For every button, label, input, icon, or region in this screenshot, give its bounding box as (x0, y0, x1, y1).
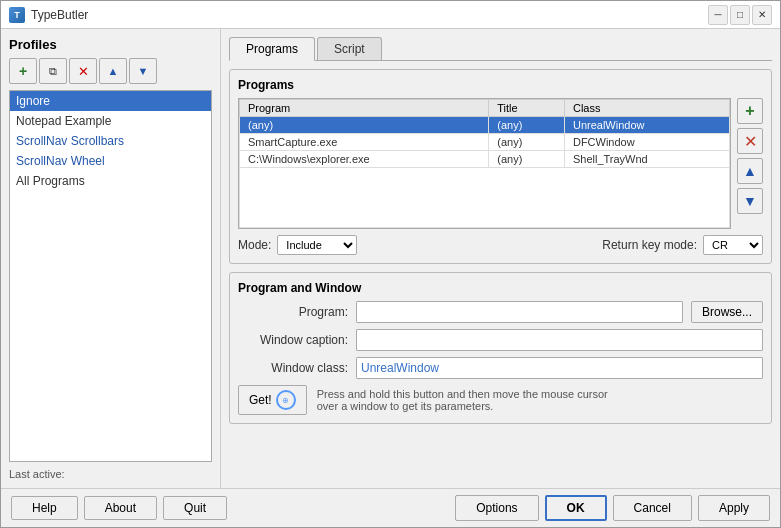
program-input[interactable] (356, 301, 683, 323)
col-program: Program (240, 100, 489, 117)
close-button[interactable]: ✕ (752, 5, 772, 25)
sidebar-toolbar: + ⧉ ✕ ▲ ▼ (9, 58, 212, 84)
move-up-program-button[interactable]: ▲ (737, 158, 763, 184)
options-button[interactable]: Options (455, 495, 538, 521)
cell-program: (any) (240, 117, 489, 134)
window-caption-row: Window caption: (238, 329, 763, 351)
browse-button[interactable]: Browse... (691, 301, 763, 323)
copy-profile-button[interactable]: ⧉ (39, 58, 67, 84)
about-button[interactable]: About (84, 496, 157, 520)
get-label: Get! (249, 393, 272, 407)
right-panel: Programs Script Programs Program Title C… (221, 29, 780, 488)
cell-program: SmartCapture.exe (240, 134, 489, 151)
window-caption-label: Window caption: (238, 333, 348, 347)
window-class-label: Window class: (238, 361, 348, 375)
mode-left: Mode: Include Exclude (238, 235, 357, 255)
cancel-button[interactable]: Cancel (613, 495, 692, 521)
col-title: Title (489, 100, 565, 117)
apply-button[interactable]: Apply (698, 495, 770, 521)
tabs: Programs Script (229, 37, 772, 61)
title-bar-left: T TypeButler (9, 7, 88, 23)
footer: Help About Quit Options OK Cancel Apply (1, 488, 780, 527)
cell-class: DFCWindow (564, 134, 729, 151)
tab-script[interactable]: Script (317, 37, 382, 60)
table-row[interactable]: (any) (any) UnrealWindow (240, 117, 730, 134)
programs-section: Programs Program Title Class (229, 69, 772, 264)
title-bar-controls: ─ □ ✕ (708, 5, 772, 25)
add-program-button[interactable]: + (737, 98, 763, 124)
return-key-mode-area: Return key mode: CR LF CRLF (602, 235, 763, 255)
cell-program: C:\Windows\explorer.exe (240, 151, 489, 168)
table-row[interactable]: SmartCapture.exe (any) DFCWindow (240, 134, 730, 151)
move-up-profile-button[interactable]: ▲ (99, 58, 127, 84)
app-icon: T (9, 7, 25, 23)
main-content: Profiles + ⧉ ✕ ▲ ▼ Ignore Notepad Exampl… (1, 29, 780, 488)
mode-select[interactable]: Include Exclude (277, 235, 357, 255)
window-caption-input[interactable] (356, 329, 763, 351)
col-class: Class (564, 100, 729, 117)
program-window-title: Program and Window (238, 281, 763, 295)
mode-label: Mode: (238, 238, 271, 252)
return-key-select[interactable]: CR LF CRLF (703, 235, 763, 255)
profile-item[interactable]: ScrollNav Scrollbars (10, 131, 211, 151)
get-hint: Press and hold this button and then move… (317, 388, 617, 412)
profile-item[interactable]: All Programs (10, 171, 211, 191)
programs-table-wrapper: Program Title Class (any) (any) UnrealWi… (238, 98, 731, 229)
add-profile-button[interactable]: + (9, 58, 37, 84)
sidebar-header: Profiles (9, 37, 212, 52)
profile-item[interactable]: Notepad Example (10, 111, 211, 131)
program-row: Program: Browse... (238, 301, 763, 323)
window-title: TypeButler (31, 8, 88, 22)
table-row-empty (240, 168, 730, 228)
profile-item[interactable]: Ignore (10, 91, 211, 111)
cell-class: Shell_TrayWnd (564, 151, 729, 168)
cell-class: UnrealWindow (564, 117, 729, 134)
move-down-program-button[interactable]: ▼ (737, 188, 763, 214)
window-class-row: Window class: (238, 357, 763, 379)
title-bar: T TypeButler ─ □ ✕ (1, 1, 780, 29)
ok-button[interactable]: OK (545, 495, 607, 521)
move-down-profile-button[interactable]: ▼ (129, 58, 157, 84)
get-icon: ⊕ (276, 390, 296, 410)
mode-row: Mode: Include Exclude Return key mode: C… (238, 235, 763, 255)
return-key-label: Return key mode: (602, 238, 697, 252)
cell-title: (any) (489, 117, 565, 134)
quit-button[interactable]: Quit (163, 496, 227, 520)
get-button[interactable]: Get! ⊕ (238, 385, 307, 415)
footer-left: Help About Quit (11, 496, 227, 520)
delete-program-button[interactable]: ✕ (737, 128, 763, 154)
profile-list: Ignore Notepad Example ScrollNav Scrollb… (9, 90, 212, 462)
programs-table: Program Title Class (any) (any) UnrealWi… (239, 99, 730, 228)
last-active-label: Last active: (9, 468, 212, 480)
program-label: Program: (238, 305, 348, 319)
sidebar: Profiles + ⧉ ✕ ▲ ▼ Ignore Notepad Exampl… (1, 29, 221, 488)
help-button[interactable]: Help (11, 496, 78, 520)
programs-area: Program Title Class (any) (any) UnrealWi… (238, 98, 763, 229)
table-row[interactable]: C:\Windows\explorer.exe (any) Shell_Tray… (240, 151, 730, 168)
program-window-section: Program and Window Program: Browse... Wi… (229, 272, 772, 424)
profile-item[interactable]: ScrollNav Wheel (10, 151, 211, 171)
get-row: Get! ⊕ Press and hold this button and th… (238, 385, 763, 415)
table-buttons: + ✕ ▲ ▼ (737, 98, 763, 229)
tab-programs[interactable]: Programs (229, 37, 315, 61)
programs-section-title: Programs (238, 78, 763, 92)
maximize-button[interactable]: □ (730, 5, 750, 25)
footer-right: Options OK Cancel Apply (455, 495, 770, 521)
cell-title: (any) (489, 134, 565, 151)
window-class-input[interactable] (356, 357, 763, 379)
delete-profile-button[interactable]: ✕ (69, 58, 97, 84)
cell-title: (any) (489, 151, 565, 168)
main-window: T TypeButler ─ □ ✕ Profiles + ⧉ ✕ ▲ ▼ Ig… (0, 0, 781, 528)
minimize-button[interactable]: ─ (708, 5, 728, 25)
